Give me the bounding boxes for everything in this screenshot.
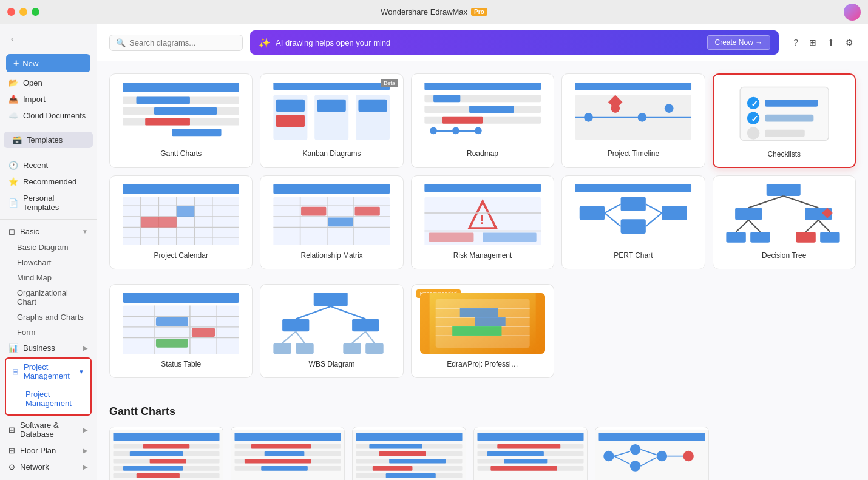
sidebar-sub-project-management[interactable]: Project Management	[6, 387, 90, 411]
sidebar-sub-basic-diagram[interactable]: Basic Diagram	[0, 240, 97, 255]
sidebar-sub-mind-map[interactable]: Mind Map	[0, 270, 97, 285]
search-input[interactable]	[129, 38, 226, 47]
search-box[interactable]: 🔍	[109, 35, 243, 51]
svg-rect-80	[662, 206, 687, 220]
gantt-thumb-2[interactable]	[231, 427, 345, 480]
svg-rect-56	[141, 217, 177, 228]
svg-rect-108	[192, 328, 215, 337]
sidebar-item-project-management[interactable]: ⊟ Project Management ▼ Project Managemen…	[5, 357, 92, 416]
sidebar-item-personal-templates[interactable]: 📄 Personal Templates	[0, 190, 97, 215]
top-bar: 🔍 ✨ AI drawing helps open your mind Crea…	[97, 24, 868, 61]
sidebar-item-floor-plan[interactable]: ⊞ Floor Plan ▶	[0, 442, 97, 459]
card-risk-management[interactable]: ! Risk Management	[411, 175, 554, 269]
svg-rect-88	[726, 232, 745, 243]
card-kanban[interactable]: Beta Kanban Diagrams	[260, 73, 403, 168]
svg-rect-68	[424, 184, 541, 192]
sidebar-item-recent[interactable]: 🕐 Recent	[0, 157, 97, 174]
card-decision-tree[interactable]: Decision Tree	[713, 175, 856, 269]
card-wbs-diagram-img	[269, 293, 394, 354]
svg-rect-5	[154, 107, 217, 115]
content-area: Gantt Charts Beta	[97, 61, 868, 480]
sidebar-item-templates[interactable]: 🗃️ Templates	[4, 132, 93, 148]
svg-point-180	[630, 461, 641, 472]
network-chevron: ▶	[83, 464, 88, 470]
software-chevron: ▶	[83, 427, 88, 433]
svg-rect-65	[301, 207, 326, 216]
svg-rect-175	[490, 466, 557, 471]
card-wbs-diagram[interactable]: WBS Diagram	[260, 284, 403, 378]
maximize-button[interactable]	[32, 8, 39, 16]
help-button[interactable]: ?	[791, 35, 801, 50]
svg-point-179	[630, 444, 641, 455]
svg-point-32	[665, 104, 674, 113]
card-roadmap[interactable]: Roadmap	[411, 73, 554, 168]
sidebar-item-cloud[interactable]: ☁️ Cloud Documents	[0, 107, 97, 124]
back-icon: ←	[8, 33, 19, 46]
sidebar-item-open[interactable]: 📂 Open	[0, 75, 97, 91]
share-button[interactable]: ⬆	[825, 35, 837, 50]
software-icon: ⊞	[8, 425, 15, 434]
ai-banner: ✨ AI drawing helps open your mind Create…	[250, 30, 779, 55]
gantt-thumb-3[interactable]	[352, 427, 466, 480]
sidebar-item-basic[interactable]: ◻ Basic ▼	[0, 223, 97, 240]
sidebar-sub-graphs[interactable]: Graphs and Charts	[0, 309, 97, 325]
gantt-thumb-5[interactable]	[595, 427, 709, 480]
svg-line-114	[331, 306, 365, 319]
svg-rect-99	[123, 293, 239, 303]
sidebar-item-engineering[interactable]: ⚙ Engineering ▶	[0, 475, 97, 480]
svg-rect-174	[504, 459, 547, 464]
card-gantt-charts[interactable]: Gantt Charts	[109, 73, 253, 168]
svg-rect-164	[373, 466, 413, 471]
svg-rect-22	[442, 117, 483, 124]
sidebar-sub-flowchart[interactable]: Flowchart	[0, 255, 97, 270]
svg-rect-129	[459, 308, 498, 317]
sidebar-item-recommended[interactable]: ⭐ Recommended	[0, 174, 97, 190]
sidebar-sub-org-chart[interactable]: Organizational Chart	[0, 285, 97, 309]
gantt-thumb-1[interactable]	[109, 427, 223, 480]
back-button[interactable]: ←	[0, 29, 97, 49]
beta-badge: Beta	[381, 79, 398, 87]
sidebar-item-import[interactable]: 📥 Import	[0, 91, 97, 107]
svg-rect-163	[389, 459, 446, 464]
card-edrawproj-label: EdrawProj: Professi…	[447, 360, 518, 368]
card-relationship-matrix[interactable]: Relationship Matrix	[260, 175, 403, 269]
avatar[interactable]	[844, 4, 861, 21]
gantt-thumb-4[interactable]	[473, 427, 588, 480]
settings-button[interactable]: ⚙	[843, 35, 856, 50]
titlebar: Wondershare EdrawMax Pro	[0, 0, 868, 24]
pm-icon: ⊟	[12, 367, 19, 376]
card-project-calendar[interactable]: Project Calendar	[109, 175, 253, 269]
grid-button[interactable]: ⊞	[807, 35, 819, 50]
card-status-table[interactable]: Status Table	[109, 284, 253, 378]
create-now-button[interactable]: Create Now →	[707, 35, 771, 50]
card-risk-management-img: !	[420, 184, 545, 245]
svg-rect-74	[429, 232, 474, 242]
sidebar-item-business[interactable]: 📊 Business ▶	[0, 340, 97, 356]
card-pert-chart-label: PERT Chart	[614, 251, 653, 260]
sidebar-item-software-db[interactable]: ⊞ Software & Database ▶	[0, 417, 97, 442]
svg-rect-143	[137, 473, 180, 478]
svg-line-119	[283, 331, 296, 343]
svg-rect-21	[469, 106, 514, 113]
card-roadmap-label: Roadmap	[467, 149, 498, 158]
sidebar-item-network[interactable]: ⊙ Network ▶	[0, 459, 97, 475]
svg-text:!: !	[480, 212, 484, 226]
close-button[interactable]	[7, 8, 15, 16]
card-checklists[interactable]: ✓ ✓ Checklists	[713, 73, 856, 168]
svg-rect-112	[353, 319, 379, 332]
sidebar-sub-form[interactable]: Form	[0, 325, 97, 340]
svg-rect-13	[276, 115, 305, 127]
svg-rect-118	[366, 343, 384, 354]
svg-rect-75	[483, 232, 536, 242]
template-grid: Gantt Charts Beta	[109, 73, 856, 269]
card-project-timeline[interactable]: Project Timeline	[561, 73, 705, 168]
card-pert-chart[interactable]: PERT Chart	[561, 175, 705, 269]
card-project-timeline-label: Project Timeline	[608, 149, 659, 158]
svg-rect-38	[765, 100, 818, 107]
svg-rect-43	[765, 129, 805, 137]
new-button[interactable]: + New	[6, 54, 90, 72]
business-chevron: ▶	[83, 345, 88, 351]
minimize-button[interactable]	[19, 8, 27, 16]
card-edrawproj[interactable]: Recommended	[411, 284, 554, 378]
main-content: 🔍 ✨ AI drawing helps open your mind Crea…	[97, 24, 868, 480]
